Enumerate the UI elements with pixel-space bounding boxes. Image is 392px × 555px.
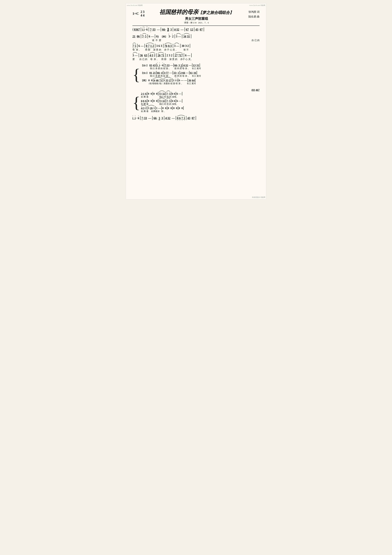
n-5: 5 [145, 35, 147, 38]
l7-6: 6• [138, 117, 139, 120]
vc-n5: 0 0 [168, 107, 172, 110]
v2-n2: 66· [157, 71, 160, 74]
voice-female1: 【女1】 03 43 i• i• · 6• [141, 63, 260, 70]
vc-n2-slur: 3 26 1 [148, 107, 155, 110]
n-34: 34 [183, 35, 186, 38]
n-3dash2-slur: 3 — [174, 44, 179, 48]
score-line-7: i• i• · 6• 7• ·33 — 66· 3 3 4·32 — [132, 116, 260, 120]
v2-n1: 01 [150, 71, 152, 74]
n-12b: 1• 2• [150, 44, 154, 48]
v1-n3: i• i• · 6• [157, 64, 163, 67]
v2-4: 4 • [161, 71, 163, 74]
n-0712-slur: 0• 7• 1• 2• [146, 44, 154, 48]
three-voice-section-2: (03 467 { 2·1 6 0 0 0 0 [132, 89, 260, 113]
n-66: 66· [162, 28, 166, 31]
lyricist-name: 张鸿西 [249, 10, 256, 13]
v1-notes: 【女1】 03 43 i• i• · 6• [141, 63, 260, 67]
n-5b: 5 • [135, 44, 136, 48]
n-2hi: 2 • [172, 35, 174, 38]
n-6dash: 6 — [138, 44, 144, 48]
n-3663: 36 [140, 54, 143, 57]
n-dash1: — [157, 28, 160, 31]
n-75b-slur: 7 • 5 • [132, 44, 136, 48]
score-line-4: 3 — 36 63 4·3 2 26 71 [132, 53, 260, 57]
l7-0671-slur: 0• 6• 7• 1• [177, 117, 185, 120]
score-section: ( 0367 i i • • · 6 • 7• ·33 [132, 27, 260, 120]
n-27: 27 [175, 54, 178, 57]
v1-n6: 4·32 [183, 64, 188, 67]
key-display: 1=C [132, 11, 139, 16]
vc-2: 2 [145, 107, 147, 110]
voices-container: 【女1】 03 43 i• i• · 6• [141, 63, 260, 86]
n-7663-slur: 76 6·3 [164, 44, 172, 48]
n-3032: 30 3·2 [181, 44, 189, 48]
time-sig-top2: 3 [143, 10, 144, 14]
author-block: 张鸿西 词 陆在易 曲 [249, 8, 260, 19]
va-n1: 2·1 [141, 92, 144, 95]
va-n7: 6 — [177, 92, 181, 95]
n-71: 71 [161, 54, 164, 57]
v2-n4: 33· [173, 71, 177, 74]
v3-n3-slur: 3 33 27 [164, 79, 172, 82]
vb-6b: 6• [145, 99, 147, 103]
composer-name: 陆在易 [249, 15, 256, 18]
vc-n6: 0 0 [173, 107, 177, 110]
v1-n7: 13 [193, 64, 196, 67]
v3-n5: 6 — — [179, 79, 187, 82]
n-3431-slur: 34 31 [183, 35, 190, 38]
v1-n1: 03 [150, 64, 152, 67]
v3-ih: i• [175, 79, 176, 82]
time-sig-top: 2 [141, 10, 142, 14]
vb-notes: 6• · 6• 6• 0 0 [141, 99, 260, 103]
v3-label: 【男】 [141, 79, 147, 82]
vc-lyrics: 欢 腾 着 欢腾着深 情， [141, 110, 260, 113]
vc-3: 3 [148, 107, 149, 110]
va-n2: 0 0 [148, 92, 152, 95]
vc-n3: 1 — [156, 107, 161, 110]
l7-7: 7• [142, 117, 143, 120]
page: www.5tcc8.com 词曲网 www.5tcc8.com 词曲网 本曲谱源… [126, 3, 266, 199]
n-432-slur: 4·3 2 [150, 54, 155, 57]
n-07: 07 [200, 28, 203, 31]
v3-ih2: i• [177, 79, 177, 82]
vc-n1-slur: 4·3 2 [141, 107, 147, 110]
vb-n2: 0 0 [148, 99, 152, 103]
translator-date: 译谱：林 Z H 2021、7、6 [144, 21, 249, 24]
barline-open: ( [132, 27, 134, 31]
n-6-dash: 6 — [149, 35, 154, 38]
v2-n5: 2·66 [180, 71, 185, 74]
vb-n6: 6 6 [172, 99, 175, 103]
voices-container-2: 2·1 6 0 0 0 0 73 32 [141, 92, 260, 113]
n-63: 6·3 [168, 44, 172, 48]
v1-lyrics: 我 们 亲 爱 的 祖 国， 慈 祥 的 母 亲， 长江 黄河 [150, 67, 260, 70]
v2-notes: 【女2】 01 21 66· 4 • 3·77• — 33· [141, 71, 260, 74]
v1-n4: 7• ·33 — [165, 64, 173, 67]
header: 1=C 2 4 3 4 祖国慈祥的母亲【梦之旅合唱组合】 男女三声部重唱 译谱：… [132, 8, 260, 24]
n-4307: 43 [195, 28, 198, 31]
v1-label: 【女1】 [141, 64, 149, 67]
line4-lyrics: 爱 自 已 的 母 亲， 用 那 滚 烫 的 赤子 心 灵。 [132, 58, 260, 61]
n-76: 76 [164, 44, 167, 48]
n-3dot2: 3 • [169, 35, 170, 38]
v3-notes: 【男】 0 0 4 46 71 [141, 79, 260, 82]
n-6a: 6 • [146, 28, 148, 31]
n-6712: 67 [186, 28, 189, 31]
score-bracket: { [132, 63, 140, 86]
score-line-3: 7 • 5 • 6 — [132, 44, 260, 48]
main-title: 祖国慈祥的母亲【梦之旅合唱组合】 [144, 8, 249, 16]
v3-3: 3 [164, 79, 165, 82]
n-717: 717 [178, 54, 183, 57]
title-block: 祖国慈祥的母亲【梦之旅合唱组合】 男女三声部重唱 译谱：林 Z H 2021、7… [144, 8, 249, 24]
prefix-note: (03 467 [132, 89, 260, 92]
n-3dash-slur: 3 — [176, 35, 181, 38]
line1-notes: ( 0367 i i • • · 6 • 7• ·33 [132, 27, 260, 31]
n-33: ·33 [152, 28, 156, 31]
line2-notes: 21 06 7· 5 6 — 6) 【男】 [132, 34, 260, 38]
v1-n5: 66· [174, 64, 178, 67]
n-3d: 3 — [132, 54, 138, 57]
n-12: 12 [190, 28, 193, 31]
n-43b: 4·3 [150, 54, 153, 57]
watermark-top-right: www.5tcc8.com 词曲网 [249, 4, 265, 7]
n-06: 06 [137, 35, 140, 38]
va-n6: 6 6 [172, 92, 175, 95]
